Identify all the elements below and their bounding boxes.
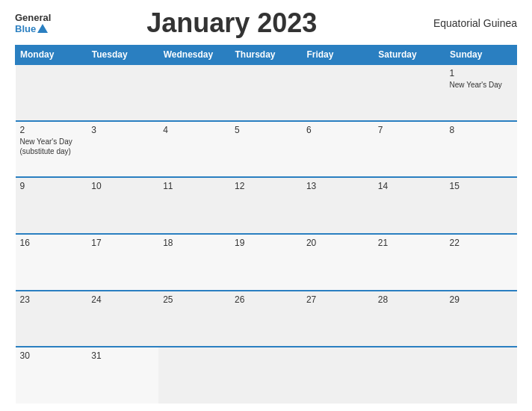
day-number: 8 [450, 125, 513, 135]
day-number: 15 [450, 181, 513, 191]
logo-general-text: General [15, 12, 51, 23]
day-number: 13 [306, 181, 369, 191]
calendar-body: 1New Year's Day2New Year's Day(substitut… [16, 64, 517, 404]
calendar-header-row: MondayTuesdayWednesdayThursdayFridaySatu… [16, 46, 517, 65]
day-number: 17 [91, 238, 154, 248]
day-number: 21 [378, 238, 441, 248]
calendar-cell [230, 64, 302, 121]
calendar-cell: 28 [374, 291, 445, 347]
calendar-cell: 18 [158, 234, 230, 291]
calendar-cell: 30 [16, 347, 87, 404]
logo-blue-text: Blue [15, 23, 36, 34]
day-number: 24 [91, 294, 154, 305]
day-number: 16 [20, 238, 83, 248]
calendar-header: General Blue January 2023 Equatorial Gui… [15, 7, 517, 39]
day-number: 25 [163, 294, 226, 305]
day-number: 26 [235, 294, 297, 305]
calendar-cell: 1New Year's Day [445, 64, 517, 121]
calendar-cell: 7 [374, 121, 445, 178]
calendar-cell: 20 [302, 234, 374, 291]
calendar-cell: 4 [158, 121, 230, 178]
calendar-cell: 31 [87, 347, 158, 404]
calendar-cell: 25 [158, 291, 230, 347]
day-number: 31 [91, 350, 154, 361]
calendar-table: MondayTuesdayWednesdayThursdayFridaySatu… [15, 45, 517, 404]
calendar-cell [302, 347, 374, 404]
calendar-cell [158, 64, 230, 121]
logo: General Blue [15, 12, 51, 34]
day-number: 23 [20, 294, 83, 305]
day-number: 28 [378, 294, 441, 305]
day-number: 10 [91, 181, 154, 191]
calendar-cell: 19 [230, 234, 302, 291]
calendar-cell [230, 347, 302, 404]
day-number: 22 [450, 238, 513, 248]
day-number: 12 [235, 181, 297, 191]
calendar-cell: 8 [445, 121, 517, 178]
day-header-friday: Friday [302, 46, 374, 65]
day-header-thursday: Thursday [230, 46, 302, 65]
calendar-cell [16, 64, 87, 121]
day-number: 5 [235, 125, 297, 135]
calendar-cell: 13 [302, 177, 374, 234]
calendar-cell [374, 64, 445, 121]
calendar-cell: 14 [374, 177, 445, 234]
calendar-week-3: 16171819202122 [16, 234, 517, 291]
calendar-cell [87, 64, 158, 121]
day-number: 29 [450, 294, 513, 305]
calendar-cell: 26 [230, 291, 302, 347]
day-header-tuesday: Tuesday [87, 46, 158, 65]
day-number: 14 [378, 181, 441, 191]
country-name: Equatorial Guinea [412, 17, 517, 29]
day-header-sunday: Sunday [445, 46, 517, 65]
day-number: 1 [450, 68, 513, 78]
calendar-cell: 9 [16, 177, 87, 234]
calendar-cell: 12 [230, 177, 302, 234]
calendar-cell: 27 [302, 291, 374, 347]
calendar-week-4: 23242526272829 [16, 291, 517, 347]
calendar-cell: 22 [445, 234, 517, 291]
day-number: 4 [163, 125, 226, 135]
calendar-cell: 10 [87, 177, 158, 234]
month-title: January 2023 [51, 7, 412, 39]
calendar-week-1: 2New Year's Day(substitute day)345678 [16, 121, 517, 178]
calendar-cell: 16 [16, 234, 87, 291]
day-number: 27 [306, 294, 369, 305]
day-header-monday: Monday [16, 46, 87, 65]
day-header-wednesday: Wednesday [158, 46, 230, 65]
day-number: 9 [20, 181, 83, 191]
calendar-cell [445, 347, 517, 404]
calendar-cell [158, 347, 230, 404]
calendar-cell: 15 [445, 177, 517, 234]
logo-blue-container: Blue [15, 23, 48, 34]
calendar-cell: 24 [87, 291, 158, 347]
calendar-cell [302, 64, 374, 121]
holiday-name: (substitute day) [20, 146, 83, 156]
calendar-cell: 29 [445, 291, 517, 347]
calendar-week-0: 1New Year's Day [16, 64, 517, 121]
calendar-cell: 23 [16, 291, 87, 347]
calendar-week-5: 3031 [16, 347, 517, 404]
calendar-cell: 11 [158, 177, 230, 234]
day-number: 7 [378, 125, 441, 135]
calendar-week-2: 9101112131415 [16, 177, 517, 234]
day-number: 6 [306, 125, 369, 135]
calendar-cell: 21 [374, 234, 445, 291]
holiday-name: New Year's Day [20, 137, 83, 146]
day-number: 30 [20, 350, 83, 361]
calendar-cell: 3 [87, 121, 158, 178]
day-header-saturday: Saturday [374, 46, 445, 65]
logo-triangle-icon [37, 24, 48, 33]
day-number: 11 [163, 181, 226, 191]
calendar-cell: 17 [87, 234, 158, 291]
day-number: 20 [306, 238, 369, 248]
holiday-name: New Year's Day [450, 80, 513, 90]
day-number: 2 [20, 125, 83, 135]
day-number: 3 [91, 125, 154, 135]
calendar-cell [374, 347, 445, 404]
day-number: 18 [163, 238, 226, 248]
calendar-cell: 5 [230, 121, 302, 178]
calendar-cell: 6 [302, 121, 374, 178]
calendar-cell: 2New Year's Day(substitute day) [16, 121, 87, 178]
day-number: 19 [235, 238, 297, 248]
